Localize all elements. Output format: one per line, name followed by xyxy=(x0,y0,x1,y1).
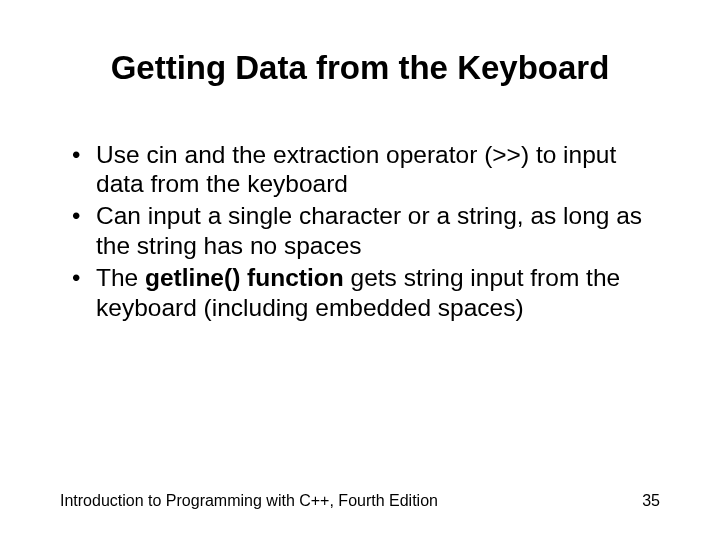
footer-left: Introduction to Programming with C++, Fo… xyxy=(60,492,438,510)
bullet-list: Use cin and the extraction operator (>>)… xyxy=(60,140,660,323)
slide-title: Getting Data from the Keyboard xyxy=(60,48,660,88)
page-number: 35 xyxy=(642,492,660,510)
bullet-text-pre: The xyxy=(96,264,145,291)
list-item: The getline() function gets string input… xyxy=(60,263,660,323)
list-item: Use cin and the extraction operator (>>)… xyxy=(60,140,660,200)
list-item: Can input a single character or a string… xyxy=(60,201,660,261)
bullet-text-pre: Use cin and the extraction operator (>>)… xyxy=(96,141,616,198)
footer: Introduction to Programming with C++, Fo… xyxy=(60,492,660,510)
slide: Getting Data from the Keyboard Use cin a… xyxy=(0,0,720,540)
bullet-text-pre: Can input a single character or a string… xyxy=(96,202,642,259)
bullet-text-bold: getline() function xyxy=(145,264,344,291)
